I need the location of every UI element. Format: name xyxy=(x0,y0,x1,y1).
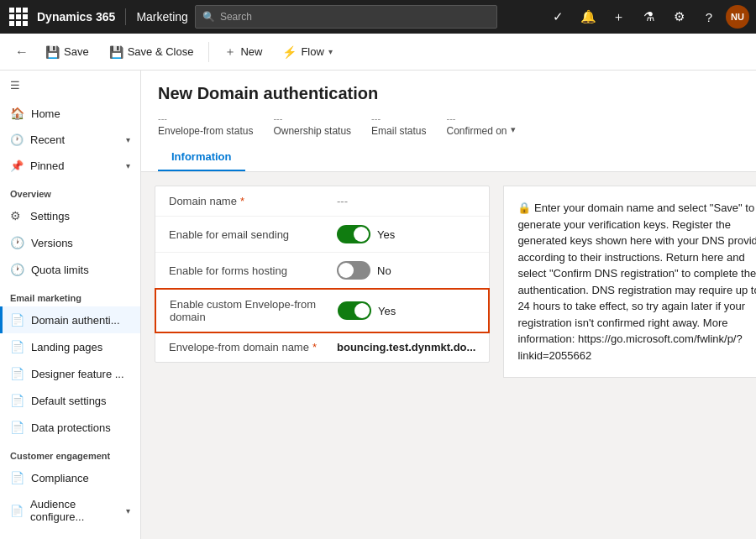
default-settings-icon: 📄 xyxy=(10,394,24,407)
save-close-label: Save & Close xyxy=(128,45,194,58)
lock-icon: 🔒 xyxy=(517,201,534,214)
back-button[interactable]: ← xyxy=(10,40,34,64)
forms-hosting-toggle-label: No xyxy=(377,264,391,277)
save-close-button[interactable]: 💾 Save & Close xyxy=(101,41,202,63)
app-name: Dynamics 365 xyxy=(37,10,115,24)
sidebar-item-audience[interactable]: 📄 Audience configure... ▾ xyxy=(0,491,140,530)
envelope-from-label: --- xyxy=(158,113,253,123)
module-name: Marketing xyxy=(136,10,187,24)
versions-icon: 🕐 xyxy=(10,236,24,249)
info-panel: 🔒 Enter your domain name and select "Sav… xyxy=(503,186,756,378)
custom-envelope-label: Enable custom Envelope-from domain xyxy=(170,298,338,323)
status-bar: --- Envelope-from status --- Ownership s… xyxy=(158,113,739,137)
sidebar-item-settings[interactable]: ⚙ Settings xyxy=(0,202,140,229)
sidebar-item-compliance[interactable]: 📄 Compliance xyxy=(0,464,140,491)
ownership-status: --- Ownership status xyxy=(273,113,351,137)
domain-auth-label: Domain authenti... xyxy=(31,314,120,327)
help-icon[interactable]: ? xyxy=(696,3,722,30)
sidebar-toggle[interactable]: ☰ xyxy=(0,71,140,100)
sidebar-item-pinned[interactable]: 📌 Pinned ▾ xyxy=(0,153,140,179)
recent-icon: 🕐 xyxy=(10,133,24,146)
custom-envelope-toggle-label: Yes xyxy=(378,305,396,317)
save-button[interactable]: 💾 Save xyxy=(37,41,97,63)
settings-icon: ⚙ xyxy=(10,209,24,222)
toolbar-divider xyxy=(208,42,209,62)
forms-hosting-label: Enable for forms hosting xyxy=(169,264,337,277)
confirmed-expand-arrow: ▾ xyxy=(511,124,516,135)
toggle-knob xyxy=(354,227,369,242)
flow-label: Flow xyxy=(301,45,323,58)
envelope-domain-label: Envelope-from domain name * xyxy=(169,341,337,353)
search-placeholder: Search xyxy=(220,11,252,23)
sidebar-item-quota[interactable]: 🕐 Quota limits xyxy=(0,256,140,283)
data-protections-label: Data protections xyxy=(31,421,111,434)
filter-icon[interactable]: ⚗ xyxy=(635,3,662,30)
sidebar-item-domain-auth[interactable]: 📄 Domain authenti... xyxy=(0,306,140,333)
email-marketing-section: Email marketing xyxy=(0,283,140,306)
plus-icon[interactable]: ＋ xyxy=(605,3,632,30)
landing-pages-icon: 📄 xyxy=(10,340,24,353)
home-label: Home xyxy=(31,107,60,120)
flow-button[interactable]: ⚡ Flow ▾ xyxy=(274,41,340,63)
page-header: New Domain authentication --- Envelope-f… xyxy=(141,71,756,172)
sidebar-item-recent[interactable]: 🕐 Recent ▾ xyxy=(0,127,140,153)
toggle-knob-2 xyxy=(339,263,354,278)
email-sending-toggle-label: Yes xyxy=(377,228,395,241)
toolbar: ← 💾 Save 💾 Save & Close ＋ New ⚡ Flow ▾ xyxy=(0,34,756,71)
bell-icon[interactable]: 🔔 xyxy=(575,3,601,30)
required-star: * xyxy=(240,195,244,207)
audience-icon: 📄 xyxy=(10,505,24,517)
recent-chevron: ▾ xyxy=(126,135,130,144)
sidebar-item-default-settings[interactable]: 📄 Default settings xyxy=(0,387,140,414)
search-box[interactable]: 🔍 Search xyxy=(195,5,497,29)
domain-name-label: Domain name * xyxy=(169,195,337,207)
waffle-icon xyxy=(9,8,28,26)
email-sending-label: Enable for email sending xyxy=(169,228,337,241)
tab-information[interactable]: Information xyxy=(158,144,245,171)
forms-hosting-value: No xyxy=(337,261,475,280)
confirmed-on-status[interactable]: --- Confirmed on ▾ xyxy=(446,113,515,137)
flow-icon: ⚡ xyxy=(282,45,297,59)
email-sending-row: Enable for email sending Yes xyxy=(155,217,489,253)
quota-icon: 🕐 xyxy=(10,263,24,276)
waffle-menu[interactable] xyxy=(7,5,30,29)
new-button[interactable]: ＋ New xyxy=(216,40,270,64)
pinned-label: Pinned xyxy=(30,160,64,172)
hamburger-icon: ☰ xyxy=(10,79,20,92)
envelope-domain-value[interactable]: bouncing.test.dynmkt.do... xyxy=(337,341,475,353)
two-col-layout: Domain name * --- Enable for email sendi… xyxy=(155,186,743,378)
sidebar-item-data-protections[interactable]: 📄 Data protections xyxy=(0,414,140,441)
main-layout: ☰ 🏠 Home 🕐 Recent ▾ 📌 Pinned ▾ Overview … xyxy=(0,71,756,539)
forms-hosting-toggle[interactable] xyxy=(337,261,370,280)
sidebar-item-versions[interactable]: 🕐 Versions xyxy=(0,229,140,256)
email-sending-toggle[interactable] xyxy=(337,225,370,243)
envelope-from-value: Envelope-from status xyxy=(158,125,253,137)
form-main: Domain name * --- Enable for email sendi… xyxy=(155,186,490,378)
overview-section: Overview xyxy=(0,179,140,202)
confirmed-value: Confirmed on xyxy=(446,125,507,137)
domain-name-value[interactable]: --- xyxy=(337,195,475,207)
versions-label: Versions xyxy=(31,237,73,249)
settings-label: Settings xyxy=(30,210,70,222)
sidebar-item-designer[interactable]: 📄 Designer feature ... xyxy=(0,360,140,387)
email-status-value: Email status xyxy=(371,125,426,137)
home-icon: 🏠 xyxy=(10,107,24,120)
top-navigation: Dynamics 365 Marketing 🔍 Search ✓ 🔔 ＋ ⚗ … xyxy=(0,0,756,34)
sidebar-item-landing-pages[interactable]: 📄 Landing pages xyxy=(0,333,140,360)
compliance-label: Compliance xyxy=(31,472,89,484)
check-circle-icon[interactable]: ✓ xyxy=(544,3,571,30)
content-area: New Domain authentication --- Envelope-f… xyxy=(141,71,756,539)
confirmed-label: --- xyxy=(446,113,507,123)
avatar[interactable]: NU xyxy=(726,5,749,29)
sidebar-item-home[interactable]: 🏠 Home xyxy=(0,100,140,127)
custom-envelope-row: Enable custom Envelope-from domain Yes xyxy=(155,288,490,333)
envelope-domain-text: bouncing.test.dynmkt.do... xyxy=(337,341,475,353)
audience-label: Audience configure... xyxy=(30,498,126,523)
new-icon: ＋ xyxy=(224,44,236,60)
customer-engagement-section: Customer engagement xyxy=(0,441,140,464)
tabs: Information xyxy=(158,144,739,171)
settings-icon[interactable]: ⚙ xyxy=(665,3,692,30)
custom-envelope-toggle[interactable] xyxy=(338,301,371,320)
save-close-icon: 💾 xyxy=(109,45,123,59)
sidebar: ☰ 🏠 Home 🕐 Recent ▾ 📌 Pinned ▾ Overview … xyxy=(0,71,141,539)
